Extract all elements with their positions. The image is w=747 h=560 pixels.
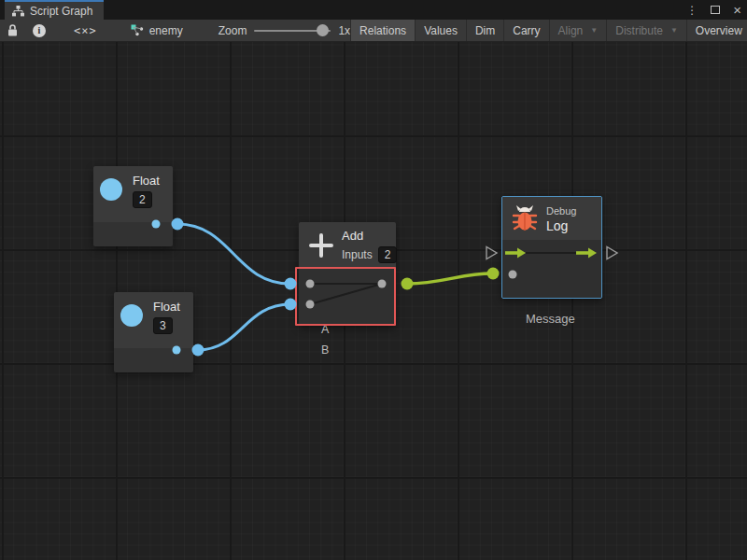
zoom-slider-handle[interactable] [317,24,329,36]
code-view-button[interactable]: <×> [53,20,118,41]
node-title: Add [342,229,363,243]
dim-toggle[interactable]: Dim [467,20,503,41]
relations-toggle[interactable]: Relations [351,20,415,41]
node-float-2-header[interactable]: Float 3 [114,292,193,348]
node-title: Float [153,300,180,314]
node-float-1-header[interactable]: Float 2 [93,166,173,222]
node-title: Log [546,218,568,233]
toolbar-toggle-group: Relations Values Dim Carry Align ▼ Distr… [350,20,747,41]
add-inputs-row: Inputs 2 [342,246,397,263]
port-label-a: A [321,323,329,336]
graph-asset-icon [131,24,145,36]
float-value-field[interactable]: 3 [153,317,173,334]
graph-canvas[interactable]: Float 2 Float 3 Add Inputs [0,42,747,560]
align-dropdown[interactable]: Align ▼ [550,20,607,41]
node-float-1-ports [93,222,173,246]
graph-icon [12,6,24,17]
node-title: Float [133,174,160,188]
chevron-down-icon: ▼ [590,26,598,35]
maximize-icon[interactable] [711,6,720,14]
inputs-label: Inputs [342,248,373,261]
node-layer: Float 2 Float 3 Add Inputs [0,42,747,560]
lock-button[interactable] [0,20,25,41]
inputs-count-field[interactable]: 2 [378,246,398,263]
node-float-2-ports [114,348,193,372]
float-literal-icon [120,304,143,327]
zoom-slider[interactable] [254,20,331,42]
node-category: Debug [546,205,576,217]
node-add[interactable]: Add Inputs 2 A B [299,222,396,326]
window-controls: ⋮ × [686,0,741,20]
node-add-ports: A B [299,269,396,326]
node-debug-header[interactable]: Debug Log [502,197,601,240]
node-float-1[interactable]: Float 2 [93,166,173,246]
node-debug-ports: Message [502,240,601,298]
graph-name: enemy [149,24,183,37]
zoom-control: Zoom 1x [218,20,350,41]
zoom-value: 1x [338,24,350,37]
node-debug-log[interactable]: Debug Log Message [501,196,602,299]
float-literal-icon [100,178,122,201]
carry-toggle[interactable]: Carry [504,20,548,41]
tab-script-graph[interactable]: Script Graph [5,0,104,20]
port-label-message: Message [526,312,575,326]
values-toggle[interactable]: Values [416,20,466,41]
inspect-button[interactable]: i [25,20,53,41]
chevron-down-icon: ▼ [670,26,678,35]
tab-title: Script Graph [30,5,92,18]
port-label-b: B [321,343,329,357]
plus-icon [308,232,334,259]
info-icon: i [33,24,46,37]
graph-breadcrumb[interactable]: enemy [118,20,196,41]
lock-icon [7,24,18,36]
close-icon[interactable]: × [733,3,741,17]
window-menu-icon[interactable]: ⋮ [686,5,698,16]
node-float-2[interactable]: Float 3 [114,292,193,372]
node-add-header[interactable]: Add Inputs 2 [299,222,396,269]
distribute-dropdown[interactable]: Distribute ▼ [607,20,686,41]
tab-bar: Script Graph ⋮ × [0,0,747,20]
float-value-field[interactable]: 2 [133,191,152,208]
code-view-icon: <×> [74,24,97,37]
overview-button[interactable]: Overview [687,20,747,41]
graph-toolbar: i <×> enemy Zoom 1x Relations Values Dim… [0,20,747,42]
bug-icon [511,203,539,237]
zoom-label: Zoom [218,24,247,37]
